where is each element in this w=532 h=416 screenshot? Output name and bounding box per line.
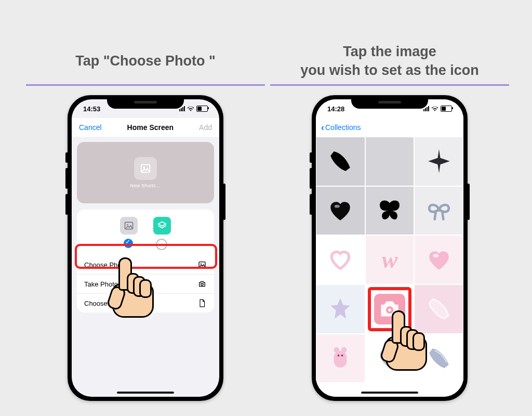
status-right xyxy=(423,106,452,112)
heart-icon xyxy=(377,345,403,371)
volume-up xyxy=(310,168,312,189)
caption-left: Tap "Choose Photo " xyxy=(26,41,265,81)
grid-item-crescent-moon[interactable] xyxy=(365,137,415,186)
svg-point-6 xyxy=(201,283,203,285)
phone-frame-left: 14:53 Cancel Home Screen Add xyxy=(68,95,223,401)
grid-item-glossy-heart[interactable] xyxy=(316,186,365,236)
battery-icon xyxy=(196,106,208,112)
volume-down xyxy=(310,194,312,215)
phone-right-wrap: 14:28 ‹ Collections xyxy=(312,95,468,401)
svg-point-1 xyxy=(143,166,145,168)
divider-right xyxy=(270,84,509,86)
take-photo-label: Take Photo xyxy=(84,280,118,288)
document-icon xyxy=(197,298,207,308)
choose-file-label: Choose File xyxy=(84,300,120,307)
star-icon xyxy=(327,296,353,322)
volume-down xyxy=(65,194,68,215)
status-bar: 14:28 xyxy=(316,99,463,118)
image-icon xyxy=(124,220,134,231)
svg-point-3 xyxy=(127,224,128,226)
status-bar: 14:53 xyxy=(72,99,219,118)
grid-item-ribbon-bow[interactable] xyxy=(414,186,463,236)
status-right xyxy=(179,106,208,112)
status-time: 14:28 xyxy=(327,105,344,113)
icon-type-radio-row xyxy=(77,238,214,255)
home-preview: New Shortc… xyxy=(77,142,214,203)
step-left: Tap "Choose Photo " 14:53 xyxy=(26,41,265,401)
navbar-title: Home Screen xyxy=(127,123,174,132)
choose-file-option[interactable]: Choose File xyxy=(77,294,214,313)
radio-glyph[interactable] xyxy=(156,239,167,250)
choose-photo-label: Choose Photo xyxy=(84,261,127,269)
svg-point-16 xyxy=(341,355,343,357)
grid-item-heart-outline[interactable] xyxy=(316,235,365,284)
icon-type-row xyxy=(77,215,214,238)
wifi-icon xyxy=(187,106,194,111)
butterfly-icon xyxy=(377,198,403,224)
phone-frame-right: 14:28 ‹ Collections xyxy=(312,95,468,401)
back-button[interactable]: Collections xyxy=(325,123,361,132)
icon-chooser: Choose Photo Take Photo xyxy=(77,210,214,313)
svg-point-9 xyxy=(433,254,438,257)
grid-item-phone-handset[interactable] xyxy=(316,137,365,186)
phone-left-wrap: 14:53 Cancel Home Screen Add xyxy=(68,95,223,401)
preview-icon-tile xyxy=(134,157,157,180)
caption-right-line2: you wish to set as the icon xyxy=(270,61,509,80)
navbar: Cancel Home Screen Add xyxy=(72,118,219,137)
volume-up xyxy=(65,168,68,189)
grid-item-star-sticker[interactable] xyxy=(316,284,365,334)
phone-icon xyxy=(327,148,353,174)
photo-icon xyxy=(197,260,207,269)
preview-label: New Shortc… xyxy=(130,183,161,188)
bow-icon xyxy=(426,198,452,224)
svg-point-7 xyxy=(335,205,340,208)
bear-icon xyxy=(327,345,353,371)
camera-icon xyxy=(377,296,403,322)
phone-icon xyxy=(426,296,452,322)
grid-item-camera-tile[interactable] xyxy=(365,284,415,334)
tutorial-canvas: Tap "Choose Photo " 14:53 xyxy=(0,0,532,416)
grid-item-sparkle-star[interactable] xyxy=(414,137,463,186)
moon-icon xyxy=(377,148,403,174)
caption-left-text: Tap "Choose Photo " xyxy=(26,51,265,70)
screen-body: New Shortc… xyxy=(72,137,219,313)
heart-outline-icon xyxy=(327,247,353,273)
photo-grid: w xyxy=(316,137,463,383)
camera-icon xyxy=(197,279,207,289)
image-icon xyxy=(140,163,151,174)
mute-switch xyxy=(65,152,68,163)
caption-right-line1: Tap the image xyxy=(270,42,509,61)
camera-tile xyxy=(374,294,405,324)
grid-item-butterfly[interactable] xyxy=(365,186,415,236)
svg-point-11 xyxy=(388,309,391,312)
icon-type-glyph[interactable] xyxy=(153,217,171,235)
grid-item-chrome-phone[interactable] xyxy=(414,334,463,383)
grid-item-chrome-heart[interactable] xyxy=(365,334,415,383)
back-chevron-icon[interactable]: ‹ xyxy=(321,123,324,132)
grid-item-phone-outline[interactable] xyxy=(414,284,463,334)
icon-type-image[interactable] xyxy=(120,217,138,235)
phone-icon xyxy=(426,345,452,371)
cellular-icon xyxy=(423,106,429,111)
add-button[interactable]: Add xyxy=(199,123,212,132)
grid-item-w-script[interactable]: w xyxy=(365,235,415,284)
svg-point-10 xyxy=(386,306,393,314)
choose-photo-option[interactable]: Choose Photo xyxy=(77,255,214,274)
home-indicator xyxy=(117,392,174,394)
cancel-button[interactable]: Cancel xyxy=(79,123,102,132)
svg-point-15 xyxy=(338,355,340,357)
navbar: ‹ Collections xyxy=(316,118,463,137)
heart-icon xyxy=(426,247,452,273)
layers-icon xyxy=(157,220,167,231)
power-button xyxy=(223,184,225,220)
power-button xyxy=(467,184,470,220)
screen-right: 14:28 ‹ Collections xyxy=(316,99,463,397)
svg-point-5 xyxy=(201,264,202,265)
take-photo-option[interactable]: Take Photo xyxy=(77,275,214,293)
grid-item-pink-heart-3d[interactable] xyxy=(414,235,463,284)
heart-icon xyxy=(327,198,353,224)
radio-image-selected[interactable] xyxy=(124,239,133,248)
cellular-icon xyxy=(179,106,185,111)
w-letter-icon: w xyxy=(382,246,398,274)
grid-item-gummy-bear[interactable] xyxy=(316,334,365,383)
